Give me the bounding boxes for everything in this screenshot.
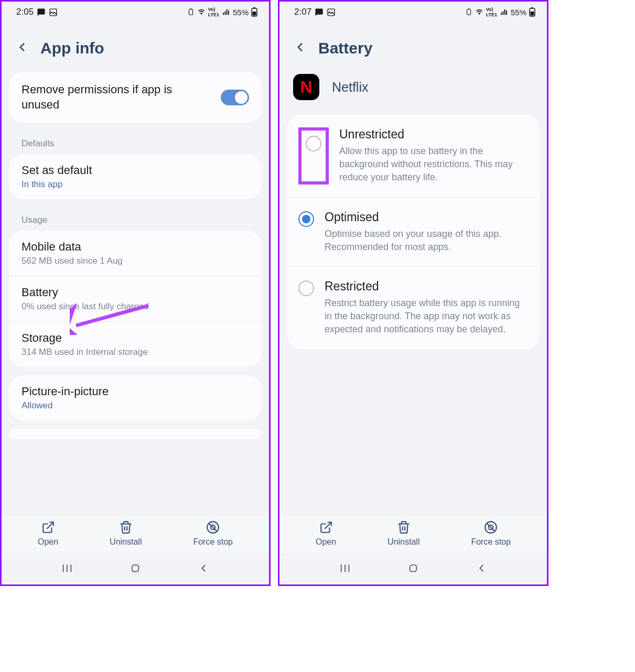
radio-icon[interactable]	[306, 136, 321, 151]
volte-icon: Vo)LTE1	[486, 7, 497, 17]
header: App info	[2, 20, 269, 72]
svg-rect-1	[189, 9, 192, 15]
status-bar: 2:07 Vo)LTE1 55%	[279, 2, 547, 20]
battery-small-icon	[187, 8, 195, 16]
force-stop-label: Force stop	[471, 537, 511, 547]
bottom-actions: Open Uninstall Force stop	[2, 516, 269, 553]
set-default-row[interactable]: Set as default In this app	[9, 154, 262, 199]
usage-section-label: Usage	[9, 208, 262, 231]
svg-rect-10	[467, 9, 470, 15]
battery-sub: 0% used since last fully charged	[21, 301, 249, 312]
pip-sub: Allowed	[21, 400, 249, 411]
optimised-option[interactable]: Optimised Optimise based on your usage o…	[287, 198, 540, 267]
page-title: Battery	[318, 39, 372, 57]
header: Battery	[279, 20, 547, 72]
battery-percent: 55%	[511, 8, 526, 17]
bottom-actions: Open Uninstall Force stop	[279, 516, 547, 553]
recents-nav-icon[interactable]	[61, 562, 73, 576]
remove-permissions-row[interactable]: Remove permissions if app is unused	[9, 72, 262, 123]
option-desc: Allow this app to use battery in the bac…	[339, 145, 528, 185]
battery-title: Battery	[21, 286, 249, 299]
app-header-row: N Netflix	[279, 72, 547, 115]
recents-nav-icon[interactable]	[339, 562, 351, 576]
open-label: Open	[38, 537, 58, 547]
unrestricted-option[interactable]: Unrestricted Allow this app to use batte…	[287, 115, 540, 198]
remove-permissions-label: Remove permissions if app is unused	[21, 82, 221, 112]
chat-icon	[315, 8, 324, 17]
option-title: Unrestricted	[339, 127, 528, 142]
netflix-app-icon: N	[293, 74, 319, 100]
option-desc: Optimise based on your usage of this app…	[325, 227, 528, 254]
chat-icon	[37, 8, 46, 17]
mobile-data-row[interactable]: Mobile data 562 MB used since 1 Aug	[9, 231, 262, 276]
uninstall-button[interactable]: Uninstall	[110, 521, 142, 547]
page-title: App info	[40, 39, 104, 57]
svg-rect-12	[531, 7, 533, 8]
mobile-data-sub: 562 MB used since 1 Aug	[21, 256, 249, 266]
image-icon	[49, 8, 58, 17]
signal-icon	[500, 8, 508, 16]
uninstall-button[interactable]: Uninstall	[388, 521, 419, 547]
option-title: Restricted	[325, 279, 528, 294]
battery-percent: 55%	[233, 8, 249, 17]
open-label: Open	[316, 537, 336, 547]
pip-row[interactable]: Picture-in-picture Allowed	[9, 375, 262, 420]
storage-row[interactable]: Storage 314 MB used in Internal storage	[9, 322, 262, 367]
force-stop-button[interactable]: Force stop	[193, 521, 233, 547]
pip-title: Picture-in-picture	[21, 385, 249, 398]
storage-sub: 314 MB used in Internal storage	[21, 347, 249, 357]
back-icon[interactable]	[293, 40, 307, 56]
radio-icon[interactable]	[298, 211, 314, 227]
status-time: 2:07	[294, 7, 311, 17]
svg-rect-13	[531, 12, 534, 16]
uninstall-label: Uninstall	[388, 537, 419, 547]
highlight-annotation	[298, 127, 329, 185]
screen-app-info: 2:05 Vo)LTE1 55%	[0, 0, 271, 586]
open-button[interactable]: Open	[316, 521, 336, 547]
volte-icon: Vo)LTE1	[208, 7, 219, 17]
option-desc: Restrict battery usage while this app is…	[325, 297, 528, 337]
set-default-title: Set as default	[21, 164, 249, 177]
set-default-sub: In this app	[21, 179, 249, 190]
svg-rect-8	[132, 565, 139, 572]
battery-small-icon	[465, 8, 472, 16]
storage-title: Storage	[21, 331, 249, 345]
force-stop-label: Force stop	[193, 537, 233, 547]
restricted-option[interactable]: Restricted Restrict battery usage while …	[287, 267, 540, 349]
svg-rect-16	[410, 565, 417, 572]
defaults-section-label: Defaults	[9, 131, 262, 154]
battery-icon	[251, 7, 257, 17]
force-stop-button[interactable]: Force stop	[471, 521, 511, 547]
uninstall-label: Uninstall	[110, 537, 142, 547]
status-bar: 2:05 Vo)LTE1 55%	[2, 2, 269, 20]
home-nav-icon[interactable]	[130, 562, 141, 576]
screen-battery: 2:07 Vo)LTE1 55% Battery N Netflix	[278, 0, 548, 586]
app-name: Netflix	[332, 80, 368, 95]
option-title: Optimised	[325, 210, 528, 224]
remove-permissions-toggle[interactable]	[221, 90, 249, 105]
battery-row[interactable]: Battery 0% used since last fully charged	[9, 276, 262, 322]
wifi-icon	[475, 8, 483, 16]
back-nav-icon[interactable]	[198, 562, 209, 576]
svg-rect-3	[253, 7, 255, 8]
nav-bar	[2, 553, 269, 584]
svg-rect-4	[253, 12, 256, 16]
back-icon[interactable]	[15, 40, 29, 56]
signal-icon	[222, 8, 230, 16]
status-time: 2:05	[16, 7, 34, 17]
radio-icon[interactable]	[298, 280, 314, 296]
back-nav-icon[interactable]	[476, 562, 487, 576]
open-button[interactable]: Open	[38, 521, 58, 547]
mobile-data-title: Mobile data	[21, 240, 249, 254]
wifi-icon	[197, 8, 206, 16]
home-nav-icon[interactable]	[407, 562, 419, 576]
battery-icon	[529, 7, 535, 17]
image-icon	[327, 8, 336, 17]
nav-bar	[279, 553, 547, 584]
